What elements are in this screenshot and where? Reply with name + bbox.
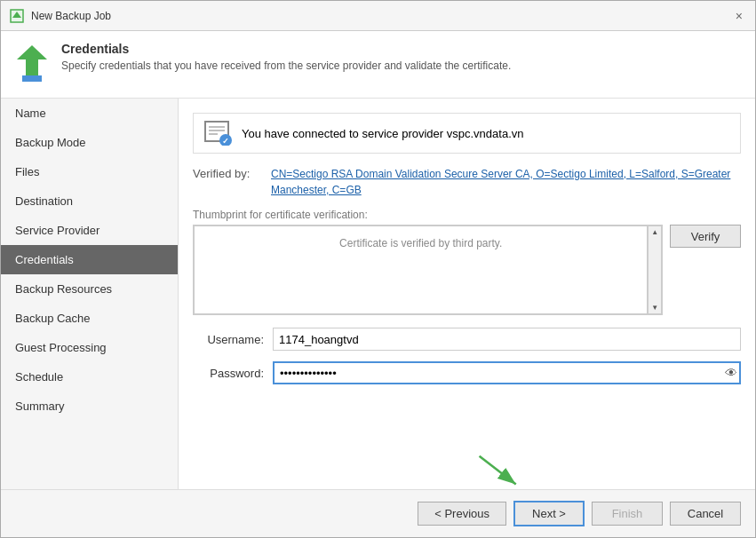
finish-button[interactable]: Finish bbox=[592, 502, 663, 526]
sidebar-item-backup-resources[interactable]: Backup Resources bbox=[1, 274, 178, 304]
sidebar-item-schedule[interactable]: Schedule bbox=[1, 362, 178, 392]
scrollbar[interactable]: ▲ ▼ bbox=[648, 225, 662, 314]
verified-by-link[interactable]: CN=Sectigo RSA Domain Validation Secure … bbox=[271, 166, 741, 198]
arrow-pointer bbox=[472, 451, 525, 498]
connected-banner: ✓ You have connected to service provider… bbox=[193, 113, 741, 154]
verified-by-row: Verified by: CN=Sectigo RSA Domain Valid… bbox=[193, 166, 741, 198]
sidebar-item-backup-mode[interactable]: Backup Mode bbox=[1, 128, 178, 157]
footer: < Previous Next > Finish Cancel bbox=[1, 489, 755, 537]
cancel-button[interactable]: Cancel bbox=[670, 502, 741, 526]
header-text: Credentials Specify credentials that you… bbox=[61, 42, 511, 72]
password-label: Password: bbox=[193, 367, 273, 380]
verified-by-label: Verified by: bbox=[193, 166, 264, 180]
thumbprint-label: Thumbprint for certificate verification: bbox=[193, 209, 741, 221]
header-description: Specify credentials that you have receiv… bbox=[61, 59, 511, 72]
username-label: Username: bbox=[193, 333, 273, 346]
connected-message: You have connected to service provider v… bbox=[242, 127, 524, 140]
thumbprint-section: Thumbprint for certificate verification:… bbox=[193, 209, 741, 315]
sidebar-item-name[interactable]: Name bbox=[1, 99, 178, 128]
app-icon bbox=[10, 9, 24, 23]
verify-button[interactable]: Verify bbox=[670, 225, 741, 248]
close-button[interactable]: × bbox=[732, 10, 746, 22]
password-row: Password: 👁 bbox=[193, 361, 741, 384]
svg-rect-3 bbox=[22, 75, 42, 82]
show-password-icon[interactable]: 👁 bbox=[725, 366, 737, 380]
thumbprint-verify-row: Certificate is verified by third party. … bbox=[193, 225, 741, 315]
password-wrapper: 👁 bbox=[273, 361, 741, 384]
header: Credentials Specify credentials that you… bbox=[1, 31, 755, 99]
username-input[interactable] bbox=[273, 328, 741, 351]
titlebar: New Backup Job × bbox=[1, 1, 755, 31]
sidebar: Name Backup Mode Files Destination Servi… bbox=[1, 99, 179, 489]
next-button[interactable]: Next > bbox=[513, 501, 585, 526]
sidebar-item-summary[interactable]: Summary bbox=[1, 392, 178, 421]
header-title: Credentials bbox=[61, 42, 511, 56]
password-input[interactable] bbox=[273, 361, 741, 384]
window-title: New Backup Job bbox=[31, 10, 111, 22]
scroll-up-icon[interactable]: ▲ bbox=[651, 228, 658, 236]
main-content: Name Backup Mode Files Destination Servi… bbox=[1, 99, 755, 489]
sidebar-item-guest-processing[interactable]: Guest Processing bbox=[1, 333, 178, 362]
sidebar-item-backup-cache[interactable]: Backup Cache bbox=[1, 304, 178, 333]
sidebar-item-service-provider[interactable]: Service Provider bbox=[1, 216, 178, 245]
username-row: Username: bbox=[193, 328, 741, 351]
header-arrow-icon bbox=[15, 44, 49, 87]
sidebar-item-destination[interactable]: Destination bbox=[1, 186, 178, 216]
scroll-down-icon[interactable]: ▼ bbox=[651, 304, 658, 312]
thumbprint-box: Certificate is verified by third party. bbox=[194, 225, 648, 314]
sidebar-item-credentials[interactable]: Credentials bbox=[1, 245, 178, 274]
previous-button[interactable]: < Previous bbox=[418, 502, 506, 526]
certificate-icon: ✓ bbox=[204, 121, 233, 146]
main-window: New Backup Job × Credentials Specify cre… bbox=[0, 0, 756, 538]
thumbprint-box-wrapper: Certificate is verified by third party. … bbox=[193, 225, 663, 315]
content-panel: ✓ You have connected to service provider… bbox=[179, 99, 755, 489]
sidebar-item-files[interactable]: Files bbox=[1, 157, 178, 186]
svg-text:✓: ✓ bbox=[222, 137, 229, 146]
svg-marker-2 bbox=[17, 45, 47, 75]
titlebar-left: New Backup Job bbox=[10, 9, 111, 23]
